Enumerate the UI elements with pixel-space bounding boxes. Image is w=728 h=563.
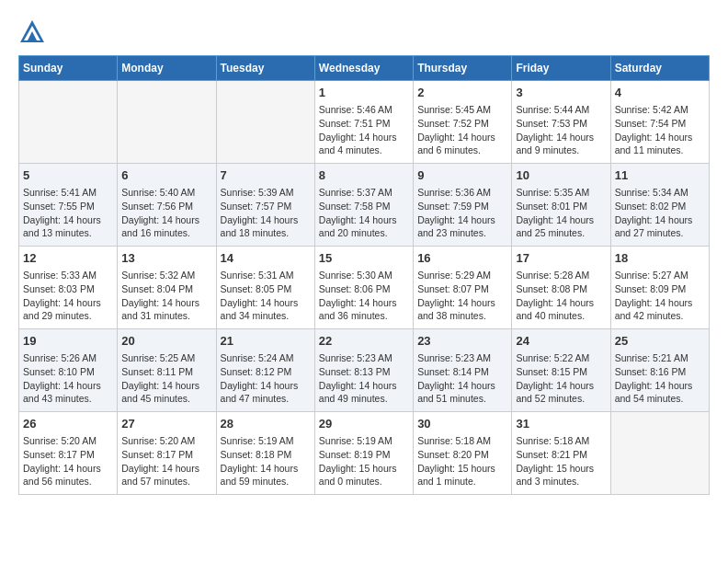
calendar-day-25: 25Sunrise: 5:21 AM Sunset: 8:16 PM Dayli…: [610, 329, 709, 412]
calendar-week-row: 12Sunrise: 5:33 AM Sunset: 8:03 PM Dayli…: [19, 247, 710, 329]
day-number: 11: [615, 167, 705, 184]
day-info: Sunrise: 5:28 AM Sunset: 8:08 PM Dayligh…: [516, 270, 594, 321]
calendar-empty-cell: [610, 412, 709, 495]
day-info: Sunrise: 5:32 AM Sunset: 8:04 PM Dayligh…: [121, 270, 199, 321]
day-info: Sunrise: 5:26 AM Sunset: 8:10 PM Dayligh…: [23, 352, 101, 404]
day-number: 18: [615, 250, 705, 267]
day-info: Sunrise: 5:19 AM Sunset: 8:19 PM Dayligh…: [319, 435, 397, 487]
day-info: Sunrise: 5:24 AM Sunset: 8:12 PM Dayligh…: [221, 352, 299, 404]
day-number: 16: [417, 250, 507, 267]
header-monday: Monday: [118, 56, 216, 81]
header-thursday: Thursday: [414, 56, 512, 81]
page-header: [18, 18, 710, 46]
calendar-day-31: 31Sunrise: 5:18 AM Sunset: 8:21 PM Dayli…: [512, 412, 610, 495]
calendar-day-15: 15Sunrise: 5:30 AM Sunset: 8:06 PM Dayli…: [314, 247, 413, 329]
day-number: 29: [319, 416, 409, 432]
day-info: Sunrise: 5:30 AM Sunset: 8:06 PM Dayligh…: [319, 270, 397, 321]
calendar-day-12: 12Sunrise: 5:33 AM Sunset: 8:03 PM Dayli…: [19, 247, 118, 329]
day-number: 2: [417, 85, 507, 101]
calendar-table: SundayMondayTuesdayWednesdayThursdayFrid…: [18, 55, 710, 495]
day-info: Sunrise: 5:46 AM Sunset: 7:51 PM Dayligh…: [319, 104, 397, 155]
calendar-day-10: 10Sunrise: 5:35 AM Sunset: 8:01 PM Dayli…: [512, 164, 610, 247]
header-sunday: Sunday: [19, 56, 118, 81]
day-number: 10: [516, 167, 606, 184]
day-info: Sunrise: 5:22 AM Sunset: 8:15 PM Dayligh…: [516, 352, 594, 404]
calendar-day-5: 5Sunrise: 5:41 AM Sunset: 7:55 PM Daylig…: [19, 164, 118, 247]
day-number: 3: [516, 85, 606, 101]
calendar-day-27: 27Sunrise: 5:20 AM Sunset: 8:17 PM Dayli…: [118, 412, 216, 495]
calendar-day-26: 26Sunrise: 5:20 AM Sunset: 8:17 PM Dayli…: [19, 412, 118, 495]
calendar-day-23: 23Sunrise: 5:23 AM Sunset: 8:14 PM Dayli…: [414, 329, 512, 412]
day-number: 17: [516, 250, 606, 267]
calendar-empty-cell: [19, 81, 118, 164]
day-info: Sunrise: 5:23 AM Sunset: 8:13 PM Dayligh…: [319, 352, 397, 404]
calendar-day-11: 11Sunrise: 5:34 AM Sunset: 8:02 PM Dayli…: [610, 164, 709, 247]
logo: [18, 18, 50, 46]
day-number: 30: [417, 416, 507, 432]
calendar-day-19: 19Sunrise: 5:26 AM Sunset: 8:10 PM Dayli…: [19, 329, 118, 412]
calendar-day-17: 17Sunrise: 5:28 AM Sunset: 8:08 PM Dayli…: [512, 247, 610, 329]
day-number: 13: [121, 250, 211, 267]
day-info: Sunrise: 5:41 AM Sunset: 7:55 PM Dayligh…: [23, 187, 101, 238]
day-info: Sunrise: 5:39 AM Sunset: 7:57 PM Dayligh…: [221, 187, 299, 238]
day-number: 19: [23, 333, 113, 350]
day-number: 12: [23, 250, 113, 267]
day-number: 28: [221, 416, 311, 432]
logo-icon: [18, 18, 46, 46]
day-info: Sunrise: 5:18 AM Sunset: 8:21 PM Dayligh…: [516, 435, 594, 487]
day-number: 26: [23, 416, 113, 432]
header-friday: Friday: [512, 56, 610, 81]
calendar-day-28: 28Sunrise: 5:19 AM Sunset: 8:18 PM Dayli…: [216, 412, 314, 495]
calendar-day-2: 2Sunrise: 5:45 AM Sunset: 7:52 PM Daylig…: [414, 81, 512, 164]
day-info: Sunrise: 5:42 AM Sunset: 7:54 PM Dayligh…: [615, 104, 693, 155]
day-number: 8: [319, 167, 409, 184]
calendar-day-14: 14Sunrise: 5:31 AM Sunset: 8:05 PM Dayli…: [216, 247, 314, 329]
calendar-day-4: 4Sunrise: 5:42 AM Sunset: 7:54 PM Daylig…: [610, 81, 709, 164]
calendar-week-row: 5Sunrise: 5:41 AM Sunset: 7:55 PM Daylig…: [19, 164, 710, 247]
calendar-day-22: 22Sunrise: 5:23 AM Sunset: 8:13 PM Dayli…: [314, 329, 413, 412]
day-info: Sunrise: 5:31 AM Sunset: 8:05 PM Dayligh…: [221, 270, 299, 321]
day-info: Sunrise: 5:34 AM Sunset: 8:02 PM Dayligh…: [615, 187, 693, 238]
day-info: Sunrise: 5:20 AM Sunset: 8:17 PM Dayligh…: [23, 435, 101, 487]
calendar-day-20: 20Sunrise: 5:25 AM Sunset: 8:11 PM Dayli…: [118, 329, 216, 412]
day-info: Sunrise: 5:35 AM Sunset: 8:01 PM Dayligh…: [516, 187, 594, 238]
day-number: 4: [615, 85, 705, 101]
day-number: 25: [615, 333, 705, 350]
day-number: 22: [319, 333, 409, 350]
calendar-day-21: 21Sunrise: 5:24 AM Sunset: 8:12 PM Dayli…: [216, 329, 314, 412]
day-info: Sunrise: 5:40 AM Sunset: 7:56 PM Dayligh…: [121, 187, 199, 238]
calendar-day-6: 6Sunrise: 5:40 AM Sunset: 7:56 PM Daylig…: [118, 164, 216, 247]
day-info: Sunrise: 5:20 AM Sunset: 8:17 PM Dayligh…: [121, 435, 199, 487]
day-number: 5: [23, 167, 113, 184]
calendar-day-1: 1Sunrise: 5:46 AM Sunset: 7:51 PM Daylig…: [314, 81, 413, 164]
calendar-empty-cell: [118, 81, 216, 164]
calendar-day-30: 30Sunrise: 5:18 AM Sunset: 8:20 PM Dayli…: [414, 412, 512, 495]
day-number: 6: [121, 167, 211, 184]
day-number: 27: [121, 416, 211, 432]
calendar-header-row: SundayMondayTuesdayWednesdayThursdayFrid…: [19, 56, 710, 81]
day-info: Sunrise: 5:23 AM Sunset: 8:14 PM Dayligh…: [417, 352, 495, 404]
day-info: Sunrise: 5:29 AM Sunset: 8:07 PM Dayligh…: [417, 270, 495, 321]
day-number: 7: [221, 167, 311, 184]
day-info: Sunrise: 5:37 AM Sunset: 7:58 PM Dayligh…: [319, 187, 397, 238]
calendar-day-8: 8Sunrise: 5:37 AM Sunset: 7:58 PM Daylig…: [314, 164, 413, 247]
day-number: 15: [319, 250, 409, 267]
day-number: 23: [417, 333, 507, 350]
day-number: 24: [516, 333, 606, 350]
day-info: Sunrise: 5:19 AM Sunset: 8:18 PM Dayligh…: [221, 435, 299, 487]
day-info: Sunrise: 5:21 AM Sunset: 8:16 PM Dayligh…: [615, 352, 693, 404]
calendar-day-29: 29Sunrise: 5:19 AM Sunset: 8:19 PM Dayli…: [314, 412, 413, 495]
day-number: 9: [417, 167, 507, 184]
header-saturday: Saturday: [610, 56, 709, 81]
calendar-week-row: 1Sunrise: 5:46 AM Sunset: 7:51 PM Daylig…: [19, 81, 710, 164]
day-info: Sunrise: 5:18 AM Sunset: 8:20 PM Dayligh…: [417, 435, 495, 487]
calendar-empty-cell: [216, 81, 314, 164]
day-info: Sunrise: 5:45 AM Sunset: 7:52 PM Dayligh…: [417, 104, 495, 155]
day-number: 21: [221, 333, 311, 350]
header-tuesday: Tuesday: [216, 56, 314, 81]
calendar-day-13: 13Sunrise: 5:32 AM Sunset: 8:04 PM Dayli…: [118, 247, 216, 329]
day-number: 31: [516, 416, 606, 432]
day-number: 1: [319, 85, 409, 101]
day-number: 14: [221, 250, 311, 267]
calendar-day-24: 24Sunrise: 5:22 AM Sunset: 8:15 PM Dayli…: [512, 329, 610, 412]
